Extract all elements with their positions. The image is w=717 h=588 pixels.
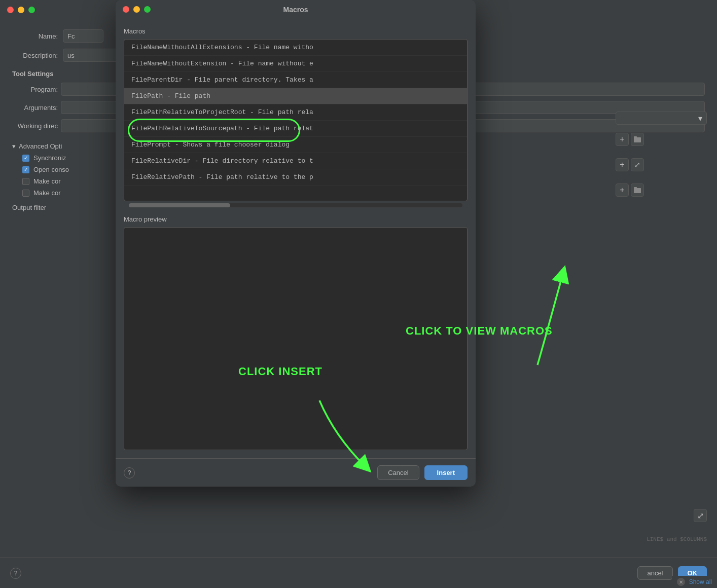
desc-label: Description: xyxy=(12,52,58,59)
macro-item[interactable]: FileRelativePath - File path relative to… xyxy=(124,169,467,186)
show-all-label: Show all xyxy=(689,578,712,585)
macros-dialog: Macros Macros FileNameWithoutAllExtensio… xyxy=(116,0,476,487)
macro-item[interactable]: FileNameWithoutExtension - File name wit… xyxy=(124,56,467,72)
working-dir-label: Working direc xyxy=(12,122,58,130)
status-bar: ✕ Show all xyxy=(672,576,717,588)
status-close-btn[interactable]: ✕ xyxy=(677,578,685,586)
dialog-maximize-btn[interactable] xyxy=(144,6,151,13)
name-input[interactable] xyxy=(63,29,103,43)
svg-rect-1 xyxy=(634,136,637,138)
make-label-1: Make cor xyxy=(33,177,60,185)
help-btn[interactable]: ? xyxy=(10,568,21,579)
dialog-close-btn[interactable] xyxy=(123,6,129,13)
click-macros-annotation: CLICK TO VIEW MACROS xyxy=(406,324,553,338)
plus-args-btn[interactable]: + xyxy=(616,158,629,171)
insert-button[interactable]: Insert xyxy=(424,465,468,480)
scrollbar-thumb xyxy=(129,203,230,207)
macro-preview-label: Macro preview xyxy=(124,215,468,223)
dialog-traffic-lights xyxy=(123,6,151,13)
make-label-2: Make cor xyxy=(33,189,60,197)
console-label: Open conso xyxy=(33,166,69,173)
collapse-icon: ▾ xyxy=(12,142,16,150)
click-insert-annotation: CLICK INSERT xyxy=(238,365,322,378)
dialog-minimize-btn[interactable] xyxy=(133,6,140,13)
sync-label: Synchroniz xyxy=(33,154,66,162)
program-label: Program: xyxy=(12,86,58,93)
minimize-btn[interactable] xyxy=(18,7,24,13)
dialog-help-btn[interactable]: ? xyxy=(124,467,135,479)
folder-workdir-btn[interactable] xyxy=(631,183,644,197)
svg-rect-3 xyxy=(634,187,637,189)
console-checkbox[interactable]: ✓ xyxy=(22,166,29,173)
macro-item[interactable]: FileRelativeDir - File directory relativ… xyxy=(124,153,467,169)
dialog-content: Macros FileNameWithoutAllExtensions - Fi… xyxy=(116,19,476,458)
expand-output-btn[interactable]: ⤢ xyxy=(694,509,707,522)
cancel-button[interactable]: ancel xyxy=(637,566,672,580)
arguments-label: Arguments: xyxy=(12,104,58,112)
macro-item[interactable]: FilePath - File path xyxy=(124,88,467,104)
macro-item[interactable]: FilePrompt - Shows a file chooser dialog xyxy=(124,137,467,153)
right-buttons: ▾ + + ⤢ + xyxy=(616,112,707,197)
hint-text: LINE$ and $COLUMN$ xyxy=(647,536,707,542)
dialog-titlebar: Macros xyxy=(116,0,476,19)
make-checkbox-1[interactable] xyxy=(22,178,29,185)
macros-section-label: Macros xyxy=(124,27,468,35)
plus-workdir-btn[interactable]: + xyxy=(616,183,629,197)
macros-list[interactable]: FileNameWithoutAllExtensions - File name… xyxy=(124,39,468,201)
name-label: Name: xyxy=(12,32,58,40)
macro-item[interactable]: FilePathRelativeToProjectRoot - File pat… xyxy=(124,104,467,121)
macro-item[interactable]: FilePathRelativeToSourcepath - File path… xyxy=(124,121,467,137)
macro-item[interactable]: FileParentDir - File parent directory. T… xyxy=(124,72,467,88)
expand-args-btn[interactable]: ⤢ xyxy=(631,158,644,171)
dialog-cancel-button[interactable]: Cancel xyxy=(377,465,419,480)
make-checkbox-2[interactable] xyxy=(22,190,29,197)
dialog-title: Macros xyxy=(283,6,308,14)
dropdown-chevron-icon: ▾ xyxy=(698,114,702,123)
sync-checkbox[interactable]: ✓ xyxy=(22,155,29,162)
close-btn[interactable] xyxy=(7,7,14,13)
macro-preview-box xyxy=(124,227,468,450)
dialog-footer: ? Cancel Insert xyxy=(116,458,476,487)
maximize-btn[interactable] xyxy=(28,7,35,13)
bg-footer: ? ancel OK xyxy=(0,558,717,588)
plus-program-btn[interactable]: + xyxy=(616,133,629,146)
macro-item[interactable]: FileNameWithoutAllExtensions - File name… xyxy=(124,40,467,56)
folder-program-btn[interactable] xyxy=(631,133,644,146)
advanced-label: Advanced Opti xyxy=(19,142,62,150)
scrollbar-area[interactable] xyxy=(129,203,462,207)
